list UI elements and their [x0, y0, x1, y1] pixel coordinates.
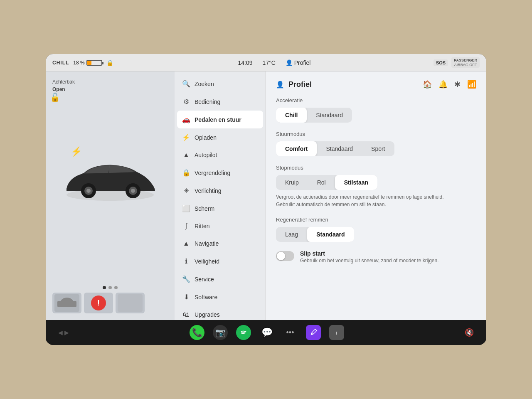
status-left: CHILL 18 % 🔒	[52, 59, 144, 66]
screen-icon: ⬜	[182, 204, 190, 212]
sidebar-item-opladen[interactable]: ⚡ Opladen	[175, 128, 266, 146]
battery-tip	[102, 62, 103, 64]
spotify-button[interactable]	[236, 325, 251, 340]
slip-start-text: Slip start Gebruik om het voertuig uit s…	[300, 250, 439, 264]
car-silhouette	[60, 155, 160, 205]
safety-icon: ℹ	[182, 257, 190, 265]
slip-start-toggle[interactable]	[276, 251, 294, 261]
stopmodus-section: Stopmodus Kruip Rol Stilstaan Vergroot d…	[276, 165, 476, 208]
stuurmodus-comfort-btn[interactable]: Comfort	[276, 141, 317, 156]
sidebar-label-zoeken: Zoeken	[195, 81, 214, 87]
nav-right-icon[interactable]: ▶	[64, 329, 69, 336]
car-dot-indicators	[52, 286, 168, 289]
regeneratief-btn-group: Laag Standaard	[276, 227, 354, 242]
battery-pct: 18 %	[73, 60, 84, 66]
sidebar-item-upgrades[interactable]: 🛍 Upgrades	[175, 306, 266, 320]
more-button[interactable]: •••	[283, 325, 298, 340]
sidebar-item-veiligheid[interactable]: ℹ Veiligheid	[175, 252, 266, 270]
upgrades-icon: 🛍	[182, 311, 190, 318]
content-header-left: 👤 Profiel	[276, 80, 312, 89]
slip-start-title: Slip start	[300, 250, 439, 257]
sidebar-item-bediening[interactable]: ⚙ Bediening	[175, 93, 266, 111]
home-icon[interactable]: 🏠	[423, 80, 432, 89]
nav-arrows: ◀ ▶	[58, 329, 69, 336]
status-center: 14:09 17°C 👤 Profiel	[144, 59, 405, 66]
sidebar-item-software[interactable]: ⬇ Software	[175, 288, 266, 306]
service-icon: 🔧	[182, 275, 190, 283]
svg-text:i: i	[336, 330, 337, 336]
sidebar-label-vergrendeling: Vergrendeling	[195, 170, 230, 176]
status-bar: CHILL 18 % 🔒 14:09 17°C 👤 Profiel SOS PA…	[46, 54, 486, 71]
signal-icon[interactable]: 📶	[467, 80, 476, 89]
autopilot-icon: ▲	[182, 151, 190, 159]
camera-button[interactable]: 📷	[213, 325, 228, 340]
search-icon: 🔍	[182, 80, 190, 88]
content-header: 👤 Profiel 🏠 🔔 ✱ 📶	[276, 80, 476, 89]
nav-icon: ▲	[182, 240, 190, 247]
chill-label: CHILL	[52, 60, 69, 66]
slip-start-section: Slip start Gebruik om het voertuig uit s…	[276, 250, 476, 264]
sidebar-label-upgrades: Upgrades	[195, 311, 220, 318]
toggle-knob	[277, 252, 285, 260]
sidebar-item-ritten[interactable]: ∫ Ritten	[175, 217, 266, 235]
bluetooth-icon[interactable]: ✱	[454, 80, 461, 89]
stopmodus-kruip-btn[interactable]: Kruip	[276, 175, 308, 190]
acceleratie-btn-group: Chill Standaard	[276, 108, 352, 123]
car-panel: Achterbak Open 🔓 ⚡	[46, 71, 175, 320]
thumb-1	[52, 293, 81, 313]
profile-icon-content: 👤	[276, 81, 284, 89]
regeneratief-section: Regeneratief remmen Laag Standaard	[276, 217, 476, 242]
taskbar-left: ◀ ▶	[58, 329, 69, 336]
stuurmodus-standaard-btn[interactable]: Standaard	[317, 141, 362, 156]
svg-point-3	[86, 189, 91, 193]
time-display: 14:09	[238, 59, 253, 66]
stuurmodus-sport-btn[interactable]: Sport	[362, 141, 394, 156]
taskbar-right: 🔇	[465, 328, 474, 337]
stuurmodus-section: Stuurmodus Comfort Standaard Sport	[276, 131, 476, 156]
sos-button[interactable]: SOS	[433, 59, 448, 66]
bell-icon[interactable]: 🔔	[438, 80, 448, 89]
sidebar-item-autopilot[interactable]: ▲ Autopilot	[175, 146, 266, 164]
sidebar-item-zoeken[interactable]: 🔍 Zoeken	[175, 75, 266, 93]
info-app-button[interactable]: i	[329, 325, 344, 340]
software-icon: ⬇	[182, 293, 190, 301]
sidebar-item-scherm[interactable]: ⬜ Scherm	[175, 200, 266, 217]
regeneratief-laag-btn[interactable]: Laag	[276, 227, 307, 242]
controls-icon: ⚙	[182, 98, 190, 106]
pencil-app-button[interactable]	[306, 325, 321, 340]
stuurmodus-label: Stuurmodus	[276, 131, 476, 137]
thumbnails-row: !	[52, 293, 168, 313]
lock-nav-icon: 🔒	[182, 169, 190, 177]
alert-circle: !	[91, 296, 106, 310]
message-button[interactable]: 💬	[259, 325, 274, 340]
stopmodus-stilstaan-btn[interactable]: Stilstaan	[335, 175, 377, 190]
sidebar-item-service[interactable]: 🔧 Service	[175, 270, 266, 288]
sidebar-item-verlichting[interactable]: ✳ Verlichting	[175, 182, 266, 200]
nav-left-icon[interactable]: ◀	[58, 329, 63, 336]
sidebar-label-service: Service	[195, 276, 214, 283]
sidebar-label-bediening: Bediening	[195, 99, 220, 105]
slip-start-toggle-row: Slip start Gebruik om het voertuig uit s…	[276, 250, 476, 264]
battery-bar	[86, 60, 102, 66]
trips-icon: ∫	[182, 222, 190, 230]
phone-button[interactable]: 📞	[190, 325, 204, 340]
regeneratief-label: Regeneratief remmen	[276, 217, 476, 223]
regeneratief-standaard-btn[interactable]: Standaard	[307, 227, 354, 242]
sidebar-item-vergrendeling[interactable]: 🔒 Vergrendeling	[175, 164, 266, 182]
light-icon: ✳	[182, 187, 190, 195]
taskbar-center: 📞 📷 💬 ••• i	[190, 325, 344, 340]
slip-start-desc: Gebruik om het voertuig uit sneeuw, zand…	[300, 257, 439, 264]
content-title: Profiel	[288, 80, 312, 89]
thumb-3	[116, 293, 145, 313]
acceleratie-chill-btn[interactable]: Chill	[276, 108, 307, 123]
stopmodus-rol-btn[interactable]: Rol	[308, 175, 335, 190]
sidebar-label-scherm: Scherm	[195, 205, 214, 212]
sidebar: 🔍 Zoeken ⚙ Bediening 🚗 Pedalen en stuur …	[175, 71, 266, 320]
header-icons: 🏠 🔔 ✱ 📶	[423, 80, 476, 89]
lock-icon: 🔒	[106, 59, 113, 66]
sidebar-item-navigatie[interactable]: ▲ Navigatie	[175, 235, 266, 252]
acceleratie-standaard-btn[interactable]: Standaard	[307, 108, 352, 123]
sidebar-item-pedalen[interactable]: 🚗 Pedalen en stuur	[177, 111, 263, 128]
dot-3	[114, 286, 118, 289]
volume-icon[interactable]: 🔇	[465, 328, 474, 337]
